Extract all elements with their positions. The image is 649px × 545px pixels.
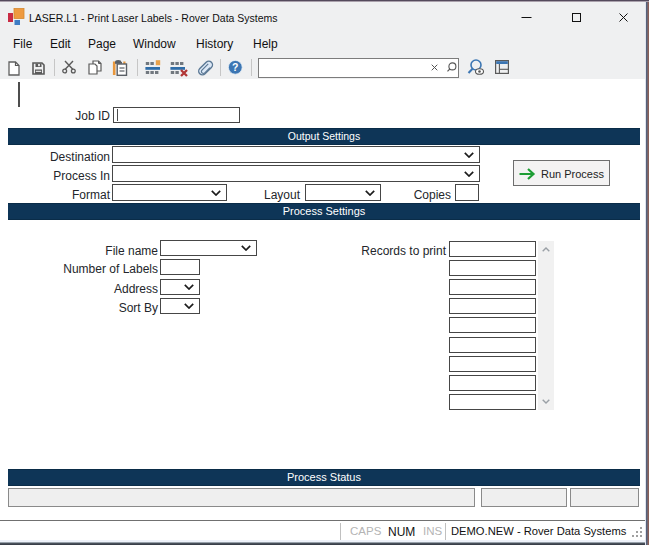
svg-text:?: ? bbox=[232, 61, 238, 73]
